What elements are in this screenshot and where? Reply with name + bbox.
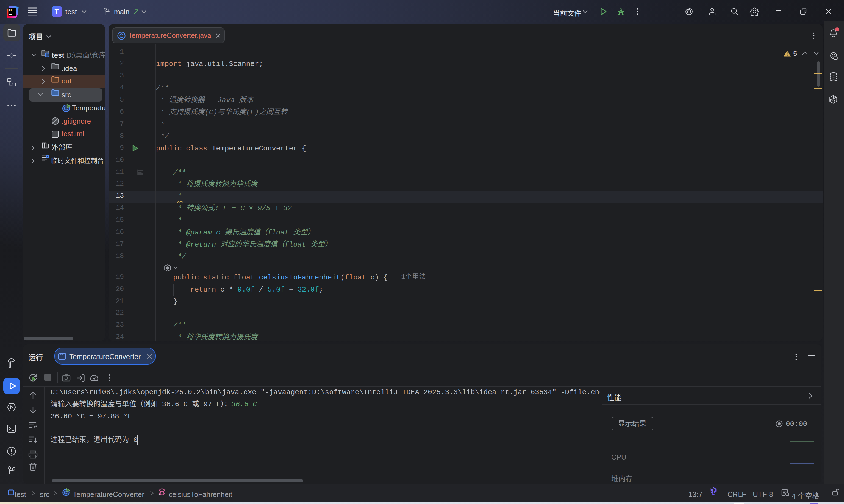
svg-text:IJ: IJ xyxy=(9,8,12,12)
